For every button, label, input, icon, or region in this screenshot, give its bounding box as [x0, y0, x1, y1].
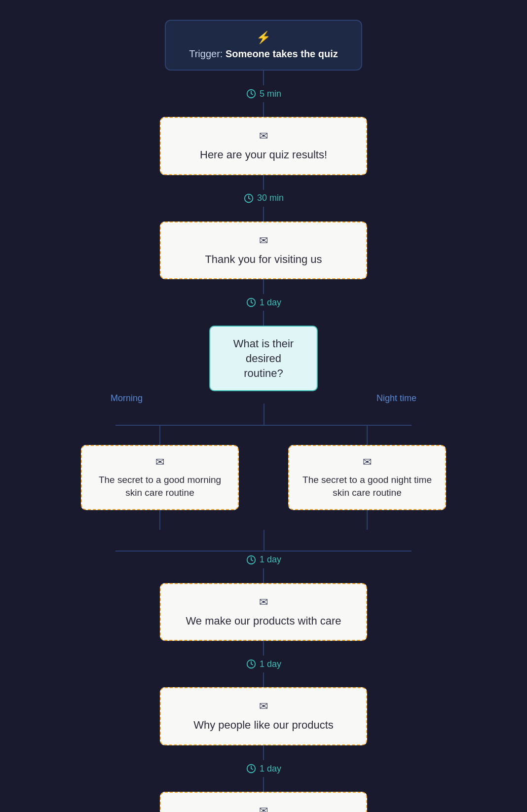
line-6b	[263, 777, 264, 792]
mail-icon-3: ✉	[179, 596, 348, 609]
time-badge-2: 30 min	[243, 190, 284, 207]
email-node-4[interactable]: ✉ Why people like our products	[160, 687, 367, 745]
clock-icon-4	[246, 554, 257, 565]
branch-label-night: Night time	[376, 393, 416, 404]
branch-morning: ✉ The secret to a good morning skin care…	[76, 425, 244, 529]
line-6	[263, 745, 264, 760]
line-5	[263, 641, 264, 656]
email-node-night[interactable]: ✉ The secret to a good night time skin c…	[288, 445, 446, 510]
clock-icon-3	[246, 297, 257, 308]
clock-icon-2	[243, 193, 254, 204]
branch-center-line	[264, 404, 264, 425]
merge-center-line	[264, 530, 264, 552]
line-3	[263, 279, 264, 294]
flow-diagram: ⚡ Trigger: Someone takes the quiz 5 min …	[0, 20, 527, 812]
email-text-2: Thank you for visiting us	[179, 252, 348, 267]
email-text-morning: The secret to a good morning skin care r…	[94, 474, 226, 499]
time-badge-3: 1 day	[246, 294, 281, 311]
email-node-5[interactable]: ✉ How we got started	[160, 792, 367, 812]
branch-horizontal-line	[115, 425, 412, 426]
decision-label: What is their desired routine?	[233, 337, 294, 379]
connector-1: 5 min	[246, 71, 281, 117]
mail-icon-4: ✉	[179, 700, 348, 713]
email-text-night: The secret to a good night time skin car…	[301, 474, 433, 499]
branch-nodes: ✉ The secret to a good morning skin care…	[76, 425, 451, 529]
email-text-1: Here are your quiz results!	[179, 148, 348, 162]
connector-4: 1 day	[246, 552, 281, 583]
email-node-1[interactable]: ✉ Here are your quiz results!	[160, 117, 367, 175]
time-badge-4: 1 day	[246, 552, 281, 568]
clock-icon-6	[246, 763, 257, 774]
line-4b	[263, 568, 264, 583]
mail-icon-night: ✉	[301, 456, 433, 469]
line-2	[263, 175, 264, 190]
email-node-3[interactable]: ✉ We make our products with care	[160, 583, 367, 641]
mail-icon-morning: ✉	[94, 456, 226, 469]
clock-icon-5	[246, 659, 257, 669]
email-node-morning[interactable]: ✉ The secret to a good morning skin care…	[81, 445, 239, 510]
branch-labels: Morning Night time	[91, 393, 436, 404]
connector-3: 1 day	[246, 279, 281, 326]
connector-2: 30 min	[243, 175, 284, 221]
branch-left-line-down	[159, 425, 160, 445]
email-node-2[interactable]: ✉ Thank you for visiting us	[160, 221, 367, 280]
branch-label-morning: Morning	[111, 393, 143, 404]
line-5b	[263, 672, 264, 687]
branch-right-line-up	[367, 510, 368, 530]
decision-node[interactable]: What is their desired routine?	[209, 326, 318, 391]
connector-5: 1 day	[246, 641, 281, 687]
line-2b	[263, 207, 264, 221]
branch-right-line-down	[367, 425, 368, 445]
time-badge-1: 5 min	[246, 85, 281, 102]
email-text-3: We make our products with care	[179, 614, 348, 628]
trigger-label: Trigger: Someone takes the quiz	[186, 48, 341, 60]
mail-icon-5: ✉	[179, 805, 348, 812]
branch-night: ✉ The secret to a good night time skin c…	[283, 425, 451, 529]
clock-icon-1	[246, 88, 257, 99]
line-1b	[263, 102, 264, 117]
mail-icon-1: ✉	[179, 130, 348, 143]
line-1	[263, 71, 264, 85]
time-badge-6: 1 day	[246, 760, 281, 777]
trigger-node[interactable]: ⚡ Trigger: Someone takes the quiz	[165, 20, 362, 71]
branch-top-connector	[91, 404, 436, 425]
connector-6: 1 day	[246, 745, 281, 792]
merge-connector	[91, 530, 436, 552]
lightning-icon: ⚡	[186, 31, 341, 44]
mail-icon-2: ✉	[179, 234, 348, 247]
branch-left-line-up	[159, 510, 160, 530]
email-text-4: Why people like our products	[179, 718, 348, 733]
line-3b	[263, 311, 264, 326]
time-badge-5: 1 day	[246, 656, 281, 672]
